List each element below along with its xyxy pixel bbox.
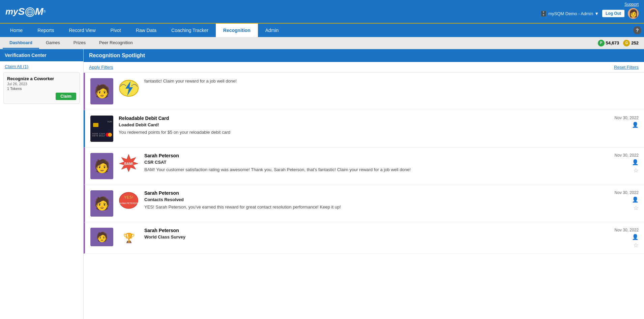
item-2-avatar: 0000 1234 5678 9012 SQM [90,116,113,142]
item-3-name: Sarah Peterson [144,153,639,158]
logo-globe-icon [25,7,35,17]
person-icon-3[interactable]: 👤 [632,159,639,165]
item-1-badge [119,78,139,98]
svg-text:YES!: YES! [124,195,134,200]
item-4-desc: YES! Sarah Peterson, you've earned this … [144,204,639,210]
globe-svg [26,8,34,16]
mastercard-logo [106,133,112,137]
spotlight-item-2: 0000 1234 5678 9012 SQM Reloadable Debit… [84,110,644,148]
sidebar-header: Verification Center [0,49,83,61]
item-3-meta: Nov 30, 2022 👤 ☆ [615,153,639,174]
sidebar-card-title: Recognize a Coworker [7,76,76,81]
star-icon-3[interactable]: ☆ [633,167,639,174]
logo-m: M [35,6,43,17]
sub-nav-dashboard[interactable]: Dashboard [3,37,39,49]
sub-nav-prizes[interactable]: Prizes [67,37,92,49]
nav-reports[interactable]: Reports [30,24,61,37]
reset-filters-link[interactable]: Reset Filters [614,65,639,70]
sub-nav-games[interactable]: Games [39,37,67,49]
item-5-icons: 👤 [632,234,639,240]
nav-raw-data[interactable]: Raw Data [128,24,164,37]
item-3-date: Nov 30, 2022 [615,153,639,158]
sidebar-card: Recognize a Coworker Jul 26, 2023 1 Toke… [3,72,80,104]
points-p-icon: P [598,40,605,46]
item-2-desc: You redeemed points for $5 on your reloa… [119,129,639,135]
user-area: 🗄️ mySQM Demo - Admin ▼ Log Out 👩 [540,8,639,19]
main-layout: Verification Center Claim All (1) Recogn… [0,49,644,319]
person-icon-4[interactable]: 👤 [632,196,639,203]
logo: my S M ® [5,6,46,17]
item-5-title: World Class Survey [144,234,639,240]
top-right-area: Support 🗄️ mySQM Demo - Admin ▼ Log Out … [540,0,639,19]
star-icon-5[interactable]: ☆ [633,242,639,249]
help-icon[interactable]: ? [633,26,641,34]
spotlight-content[interactable]: 🧑 fantastic! Claim your reward for a job… [84,73,644,319]
avatar: 👩 [628,8,639,19]
item-2-body: Reloadable Debit Card Loaded Debit Card!… [119,116,639,135]
sidebar-scroll[interactable]: Claim All (1) Recognize a Coworker Jul 2… [0,61,83,319]
item-3-badge: BAM! [119,153,139,173]
item-2-date: Nov 30, 2022 [615,116,639,120]
claim-button[interactable]: Claim [56,93,76,100]
avatar-sarah-icon-5: 🧑 [96,231,108,243]
spotlight-item-4: 🧑 YES! SARAH PETERSON Sarah Peterson Con… [84,185,644,222]
svg-text:BAM!: BAM! [124,162,133,166]
points-p-value: 54,673 [606,40,619,45]
person-icon-2[interactable]: 👤 [632,122,639,128]
person-icon-5[interactable]: 👤 [632,234,639,240]
item-3-avatar: 🧑 [90,153,113,179]
item-3-icons: 👤 [632,159,639,165]
logo-my: my [5,6,18,17]
top-bar: my S M ® Support 🗄️ mySQM Demo - Admin ▼… [0,0,644,23]
item-4-body: Sarah Peterson Contacts Resolved YES! Sa… [144,190,639,210]
apply-filters-link[interactable]: Apply Filters [89,65,113,70]
bam-badge-svg: BAM! [119,153,139,173]
avatar-person-icon: 🧑 [94,84,110,99]
item-2-meta: Nov 30, 2022 👤 [615,116,639,128]
sub-nav-peer-recognition[interactable]: Peer Recognition [92,37,140,49]
nav-recognition[interactable]: Recognition [216,24,258,37]
avatar-sarah-icon-4: 🧑 [94,196,110,211]
points-p-badge: P 54,673 [598,40,619,46]
item-4-name: Sarah Peterson [144,190,639,196]
logo-registered: ® [43,10,46,13]
logo-sqm: S [18,6,25,17]
sidebar-card-footer: Claim [7,93,76,100]
lightning-badge-svg [119,79,139,98]
star-icon-4[interactable]: ☆ [633,204,639,212]
logout-button[interactable]: Log Out [602,10,624,17]
item-3-body: Sarah Peterson CSR CSAT BAM! Your custom… [144,153,639,173]
item-3-desc: BAM! Your customer satisfaction rating w… [144,167,639,173]
item-3-title: CSR CSAT [144,160,639,165]
svg-point-8 [119,192,138,209]
nav-record-view[interactable]: Record View [61,24,103,37]
points-g-icon: G [623,40,630,46]
verification-center-title: Verification Center [5,53,47,58]
item-1-avatar: 🧑 [90,78,113,104]
nav-right: ? [633,24,641,37]
points-g-badge: G 252 [623,40,639,46]
nav-coaching-tracker[interactable]: Coaching Tracker [164,24,216,37]
claim-all-link[interactable]: Claim All (1) [0,61,83,70]
item-4-icons: 👤 [632,196,639,203]
recognition-spotlight-header: Recognition Spotlight [84,49,644,62]
item-5-body: Sarah Peterson World Class Survey [144,228,639,242]
nav-pivot[interactable]: Pivot [103,24,128,37]
spotlight-item-3: 🧑 BAM! Sarah Peterson CSR CSAT BAM! Your… [84,148,644,185]
support-link[interactable]: Support [624,2,639,7]
nav-admin[interactable]: Admin [258,24,286,37]
item-4-date: Nov 30, 2022 [615,190,639,195]
item-5-badge: 🏆 [119,228,139,248]
yes-badge-svg: YES! SARAH PETERSON [119,190,139,211]
dropdown-icon[interactable]: ▼ [594,11,599,16]
item-2-name: Reloadable Debit Card [119,116,639,121]
sub-nav-right: P 54,673 G 252 [598,37,641,49]
filter-bar: Apply Filters Reset Filters [84,62,644,73]
spotlight-item-1: 🧑 fantastic! Claim your reward for a job… [84,73,644,110]
item-2-icons: 👤 [632,122,639,128]
debit-card-image: 0000 1234 5678 9012 SQM [90,120,113,138]
item-2-title: Loaded Debit Card! [119,122,639,127]
db-icon: 🗄️ [540,10,547,17]
item-5-avatar: 🧑 [90,228,113,246]
nav-home[interactable]: Home [3,24,30,37]
